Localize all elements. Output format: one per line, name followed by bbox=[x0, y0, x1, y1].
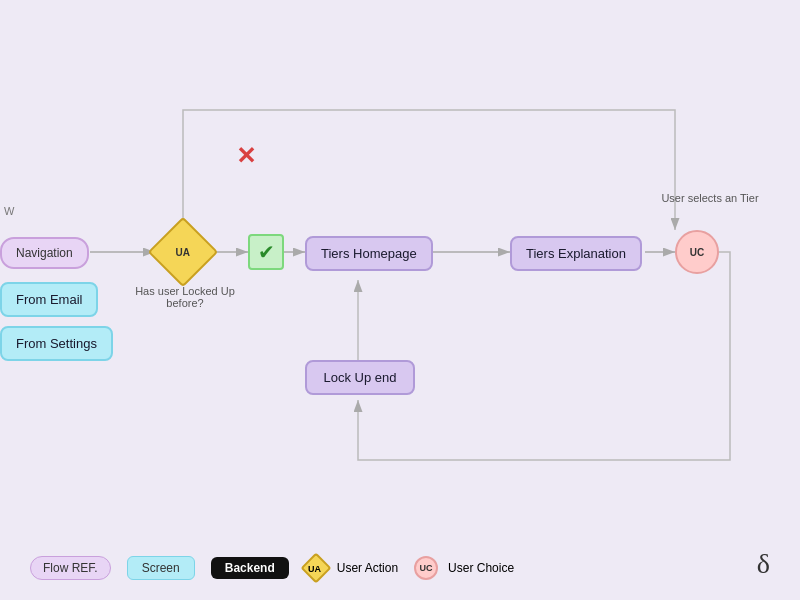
checkmark-icon: ✔ bbox=[258, 240, 275, 264]
partial-label-w1: W bbox=[4, 205, 14, 217]
tiers-homepage-label: Tiers Homepage bbox=[321, 246, 417, 261]
lock-up-end-node: Lock Up end bbox=[305, 360, 415, 395]
navigation-node: Navigation bbox=[0, 237, 89, 269]
legend-backend-item: Backend bbox=[211, 557, 289, 579]
from-settings-label: From Settings bbox=[16, 336, 97, 351]
legend-user-action-label: User Action bbox=[337, 561, 398, 575]
legend-user-choice-label: User Choice bbox=[448, 561, 514, 575]
legend-screen-item: Screen bbox=[127, 556, 195, 580]
logo-symbol: δ bbox=[757, 548, 770, 579]
legend-user-action-item: UA User Action bbox=[305, 557, 398, 579]
check-label-text: Has user Locked Up before? bbox=[135, 285, 235, 309]
legend-screen-label: Screen bbox=[127, 556, 195, 580]
tiers-explanation-node: Tiers Explanation bbox=[510, 236, 642, 271]
legend-flow-ref-item: Flow REF. bbox=[30, 556, 111, 580]
x-icon: ✕ bbox=[236, 142, 256, 170]
x-node: ✕ bbox=[228, 138, 264, 174]
ua-legend-icon: UA bbox=[305, 558, 323, 580]
legend-user-choice-item: UC User Choice bbox=[414, 556, 514, 580]
ua-diamond-label: UA bbox=[176, 246, 190, 257]
lock-up-end-label: Lock Up end bbox=[324, 370, 397, 385]
tiers-homepage-node: Tiers Homepage bbox=[305, 236, 433, 271]
user-selects-label: User selects an Tier bbox=[655, 192, 765, 204]
canvas: W W Navigation From Email From Settings … bbox=[0, 0, 800, 600]
tiers-explanation-label: Tiers Explanation bbox=[526, 246, 626, 261]
from-email-node: From Email bbox=[0, 282, 98, 317]
uc-legend-icon: UC bbox=[414, 556, 438, 580]
diamond-question-label: Has user Locked Up before? bbox=[130, 285, 240, 309]
uc-circle: UC bbox=[675, 230, 719, 274]
from-email-label: From Email bbox=[16, 292, 82, 307]
checkmark-node: ✔ bbox=[248, 234, 284, 270]
navigation-label: Navigation bbox=[16, 246, 73, 260]
balsamiq-logo: δ bbox=[757, 548, 770, 580]
ua-diamond: UA bbox=[148, 217, 219, 288]
uc-label: UC bbox=[690, 247, 704, 258]
legend-backend-label: Backend bbox=[211, 557, 289, 579]
from-settings-node: From Settings bbox=[0, 326, 113, 361]
connectors-svg bbox=[0, 0, 800, 600]
legend: Flow REF. Screen Backend UA User Action … bbox=[30, 556, 514, 580]
legend-flow-ref-label: Flow REF. bbox=[30, 556, 111, 580]
